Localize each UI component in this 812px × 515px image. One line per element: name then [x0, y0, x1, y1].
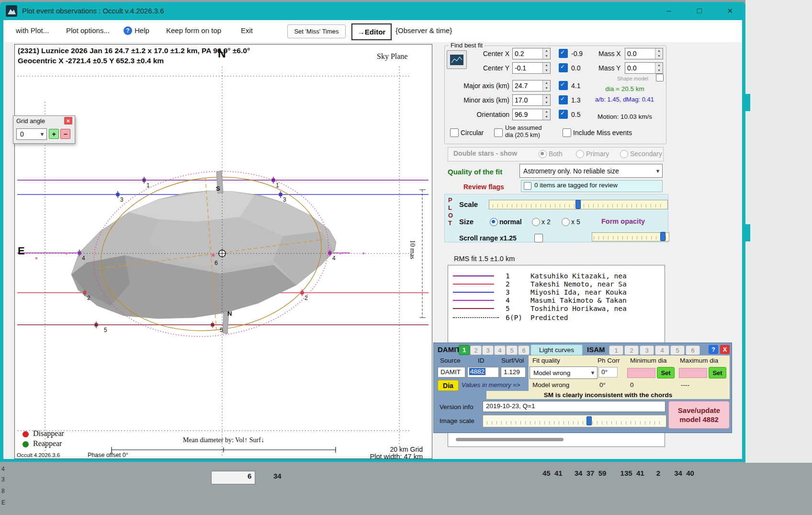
help-icon: ?	[124, 26, 132, 35]
scale-slider[interactable]	[489, 200, 668, 209]
grid-angle-minus-button[interactable]: −	[60, 129, 70, 139]
damit-model-4-button[interactable]: 4	[494, 345, 506, 355]
list-item[interactable]: 3 Miyoshi Ida, near Kouka	[448, 288, 664, 297]
major-axis-checkbox[interactable]	[559, 81, 568, 90]
sky-plane-canvas[interactable]: S N 1 1 3 3	[15, 45, 432, 458]
version-info-label: Version info	[440, 403, 474, 411]
close-button[interactable]: ✕	[719, 2, 741, 20]
scroll-range-checkbox[interactable]	[534, 234, 543, 242]
isam-5-button[interactable]: 5	[670, 345, 685, 355]
plot-letter: T	[448, 219, 452, 227]
menu-with-plot[interactable]: with Plot...	[16, 26, 49, 34]
include-miss-checkbox[interactable]	[563, 128, 571, 137]
opacity-slider[interactable]	[592, 232, 669, 241]
damit-help-button[interactable]: ?	[709, 345, 718, 354]
double-stars-both-radio[interactable]	[539, 150, 547, 158]
menu-keep-on-top[interactable]: Keep form on top	[166, 26, 221, 34]
set-miss-times-button[interactable]: Set 'Miss' Times	[287, 24, 346, 38]
menu-help[interactable]: Help	[135, 26, 149, 34]
pole-south-label: S	[216, 185, 220, 192]
title-bar[interactable]: Plot event observations : Occult v.4.202…	[0, 2, 745, 20]
spinner-arrows[interactable]	[542, 63, 550, 73]
damit-model-3-button[interactable]: 3	[482, 345, 494, 355]
damit-model-2-button[interactable]: 2	[470, 345, 482, 355]
double-stars-secondary-radio[interactable]	[620, 150, 628, 158]
orientation-checkbox[interactable]	[559, 110, 568, 119]
minor-axis-checkbox[interactable]	[559, 95, 568, 104]
list-item[interactable]: 6(P) Predicted	[448, 314, 664, 322]
maximize-button[interactable]: □	[688, 2, 710, 20]
size-x2-label: x 2	[541, 218, 551, 226]
center-x-field	[512, 48, 551, 59]
svg-text:1: 1	[276, 182, 279, 189]
light-curves-button[interactable]: Light curves	[530, 344, 583, 355]
center-x-checkbox[interactable]	[559, 49, 568, 58]
opacity-slider-thumb[interactable]	[660, 232, 665, 241]
center-y-label: Center Y	[451, 64, 509, 72]
fit-quality-select[interactable]: Model wrong	[530, 366, 598, 379]
image-scale-slider-thumb[interactable]	[586, 416, 592, 425]
spinner-arrows[interactable]	[542, 80, 550, 91]
list-item[interactable]: 2 Takeshi Nemoto, near Sa	[448, 280, 664, 288]
grid-angle-plus-button[interactable]: +	[49, 129, 59, 139]
grid-angle-select[interactable]: 0	[16, 128, 47, 140]
damit-model-1-button[interactable]: 1	[459, 345, 470, 355]
list-item[interactable]: 5 Toshihiro Horikawa, nea	[448, 305, 664, 313]
isam-3-button[interactable]: 3	[640, 345, 654, 355]
circular-checkbox[interactable]	[450, 128, 459, 137]
app-window: Plot event observations : Occult v.4.202…	[0, 2, 745, 462]
damit-model-5-button[interactable]: 5	[506, 345, 518, 355]
size-x2-radio[interactable]	[532, 218, 540, 226]
isam-4-button[interactable]: 4	[655, 345, 669, 355]
size-x5-radio[interactable]	[562, 218, 570, 226]
menu-plot-options[interactable]: Plot options...	[66, 26, 110, 34]
shape-model-checkbox[interactable]	[656, 74, 664, 81]
damit-close-button[interactable]: X	[720, 345, 730, 354]
min-dia-field[interactable]	[627, 368, 655, 378]
grid-angle-close-button[interactable]: ✕	[64, 117, 72, 125]
isam-2-button[interactable]: 2	[624, 345, 639, 355]
scale-slider-thumb[interactable]	[575, 200, 581, 209]
minimize-button[interactable]: ─	[658, 2, 680, 20]
image-scale-slider[interactable]	[483, 415, 666, 427]
dia-button[interactable]: Dia	[438, 380, 459, 391]
spinner-arrows[interactable]	[655, 48, 663, 59]
size-normal-radio[interactable]	[490, 218, 498, 226]
orientation-field	[512, 109, 551, 120]
editor-button[interactable]: →Editor	[351, 23, 392, 40]
quality-of-fit-select[interactable]: Astrometry only. No reliable size	[519, 164, 663, 178]
scale-label: Scale	[459, 200, 478, 208]
spinner-arrows[interactable]	[655, 63, 663, 73]
observer-number: 4	[506, 297, 510, 304]
observer-name: Predicted	[530, 314, 568, 321]
save-update-button[interactable]: Save/update model 4882	[668, 401, 730, 429]
menu-observer-time[interactable]: {Observer & time}	[395, 26, 452, 34]
spinner-arrows[interactable]	[542, 95, 550, 105]
plot-settings-panel: P L O T Scale Size normal x 2 x 5 Form o…	[444, 194, 668, 242]
grid-angle-value: 0	[17, 130, 24, 138]
isam-6-button[interactable]: 6	[686, 345, 700, 355]
horizontal-scrollbar[interactable]	[456, 438, 564, 441]
max-dia-field[interactable]	[679, 368, 707, 378]
center-y-checkbox[interactable]	[559, 63, 568, 72]
isam-1-button[interactable]: 1	[609, 345, 623, 355]
double-stars-primary-radio[interactable]	[576, 150, 584, 158]
spinner-arrows[interactable]	[542, 48, 550, 59]
review-flags-checkbox[interactable]	[524, 182, 531, 190]
background-numbers-row: 45 41 34 37 59 135 41 2 34 40	[542, 469, 694, 477]
min-dia-set-button[interactable]: Set	[657, 367, 675, 378]
menu-exit[interactable]: Exit	[241, 26, 253, 34]
version-info-field[interactable]: 2019-10-23, Q=1	[483, 401, 665, 412]
quality-of-fit-label: Quality of the fit	[448, 168, 502, 176]
use-assumed-dia-checkbox[interactable]	[494, 128, 503, 137]
model-id-field[interactable]: 4882	[467, 367, 499, 378]
spinner-arrows[interactable]	[542, 109, 550, 120]
damit-model-6-button[interactable]: 6	[518, 345, 530, 355]
list-item[interactable]: 1 Katsuhiko Kitazaki, nea	[448, 272, 664, 280]
list-item[interactable]: 4 Masumi Takimoto & Takan	[448, 297, 664, 305]
svg-text:4: 4	[332, 255, 336, 262]
max-dia-set-button[interactable]: Set	[709, 367, 726, 378]
reappear-dot-icon	[23, 441, 29, 447]
surfvol-column-label: Surf/Vol	[501, 357, 524, 364]
orientation-label: Orientation	[437, 111, 509, 118]
